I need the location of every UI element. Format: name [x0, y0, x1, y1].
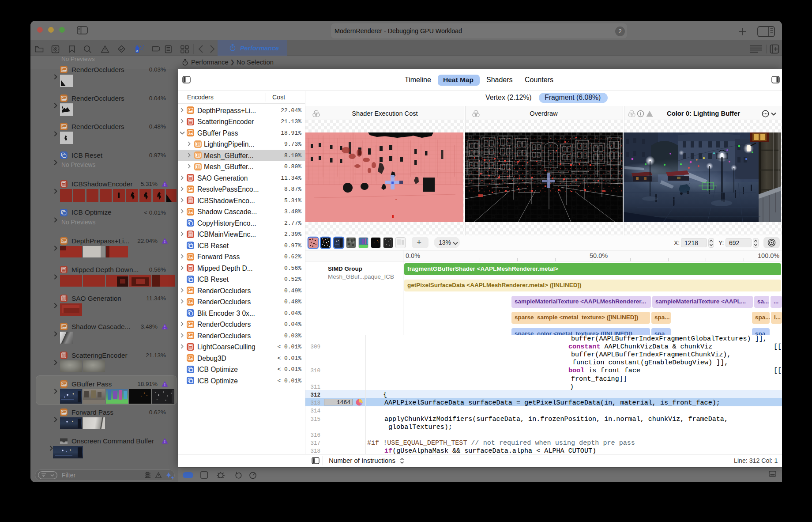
svg-text:x: x	[136, 49, 139, 53]
